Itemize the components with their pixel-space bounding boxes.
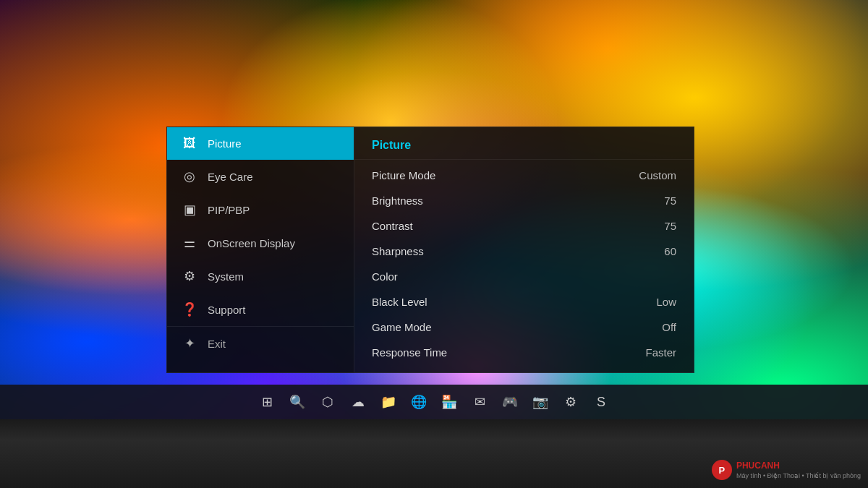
osd-nav-item-picture[interactable]: 🖼Picture [167, 127, 354, 160]
system-label: System [208, 270, 244, 283]
osd-nav-item-support[interactable]: ❓Support [167, 293, 354, 326]
osd-navigation: 🖼Picture◎Eye Care▣PIP/PBP⚌OnScreen Displ… [166, 127, 354, 373]
osd-nav-item-eye-care[interactable]: ◎Eye Care [167, 160, 354, 193]
taskbar-item-edge[interactable]: 🌐 [404, 388, 433, 416]
osd-row-label-color: Color [372, 270, 398, 283]
taskbar-item-mail[interactable]: ✉ [465, 388, 494, 416]
watermark-logo: P [712, 460, 732, 480]
osd-content-panel: Picture Picture ModeCustomBrightness75Co… [354, 127, 694, 373]
pip-pbp-label: PIP/PBP [208, 204, 250, 216]
osd-nav-item-system[interactable]: ⚙System [167, 260, 354, 293]
osd-row-label-sharpness: Sharpness [372, 245, 424, 257]
osd-row-value-picture-mode: Custom [639, 169, 676, 181]
osd-row-brightness[interactable]: Brightness75 [354, 188, 694, 213]
osd-exit-button[interactable]: ✦ Exit [167, 326, 354, 360]
osd-row-contrast[interactable]: Contrast75 [354, 213, 694, 239]
osd-row-game-mode[interactable]: Game ModeOff [354, 314, 694, 340]
osd-row-value-response-time: Faster [645, 346, 676, 359]
osd-row-color[interactable]: Color [354, 264, 694, 289]
osd-row-label-black-level: Black Level [372, 296, 427, 308]
watermark: P PHUCANH Máy tính • Điện Thoại • Thiết … [712, 452, 861, 488]
taskbar-item-settings[interactable]: ⚙ [556, 388, 585, 416]
eye-care-label: Eye Care [208, 171, 253, 183]
osd-row-label-brightness: Brightness [372, 194, 423, 207]
osd-row-black-level[interactable]: Black LevelLow [354, 289, 694, 314]
watermark-text-block: PHUCANH Máy tính • Điện Thoại • Thiết bị… [736, 461, 861, 479]
osd-content-title: Picture [354, 134, 694, 160]
pip-pbp-icon: ▣ [182, 202, 197, 218]
exit-icon: ✦ [182, 335, 197, 351]
eye-care-icon: ◎ [182, 168, 197, 184]
osd-row-value-contrast: 75 [664, 220, 676, 232]
taskbar-item-start[interactable]: ⊞ [252, 388, 281, 416]
support-icon: ❓ [182, 301, 197, 317]
taskbar-item-explorer[interactable]: 📁 [374, 388, 403, 416]
taskbar-item-search[interactable]: 🔍 [283, 388, 312, 416]
taskbar-item-camera[interactable]: 📷 [526, 388, 555, 416]
osd-row-value-brightness: 75 [664, 194, 676, 207]
osd-row-picture-mode[interactable]: Picture ModeCustom [354, 163, 694, 188]
watermark-tagline: Máy tính • Điện Thoại • Thiết bị văn phò… [736, 472, 861, 479]
osd-row-value-sharpness: 60 [664, 245, 676, 257]
osd-menu: 🖼Picture◎Eye Care▣PIP/PBP⚌OnScreen Displ… [166, 127, 694, 373]
osd-row-value-game-mode: Off [662, 321, 676, 333]
picture-icon: 🖼 [182, 136, 197, 151]
taskbar-item-widgets[interactable]: ☁ [344, 388, 373, 416]
osd-nav-item-pip-pbp[interactable]: ▣PIP/PBP [167, 193, 354, 226]
taskbar-item-task-view[interactable]: ⬡ [313, 388, 342, 416]
picture-label: Picture [208, 137, 242, 150]
taskbar: ⊞🔍⬡☁📁🌐🏪✉🎮📷⚙S [0, 385, 868, 419]
taskbar-item-store[interactable]: 🏪 [435, 388, 464, 416]
osd-row-label-picture-mode: Picture Mode [372, 169, 435, 181]
taskbar-item-s-app[interactable]: S [587, 388, 616, 416]
osd-row-label-response-time: Response Time [372, 346, 447, 359]
osd-nav-item-onscreen-display[interactable]: ⚌OnScreen Display [167, 226, 354, 260]
onscreen-display-label: OnScreen Display [208, 237, 295, 249]
osd-row-label-game-mode: Game Mode [372, 321, 432, 333]
taskbar-item-xbox[interactable]: 🎮 [495, 388, 524, 416]
osd-row-response-time[interactable]: Response TimeFaster [354, 340, 694, 365]
system-icon: ⚙ [182, 268, 197, 284]
onscreen-display-icon: ⚌ [182, 235, 197, 251]
osd-row-sharpness[interactable]: Sharpness60 [354, 239, 694, 264]
exit-label: Exit [208, 338, 226, 350]
osd-row-label-contrast: Contrast [372, 220, 413, 232]
watermark-name: PHUCANH [736, 461, 861, 472]
support-label: Support [208, 304, 246, 316]
osd-row-value-black-level: Low [656, 296, 676, 308]
